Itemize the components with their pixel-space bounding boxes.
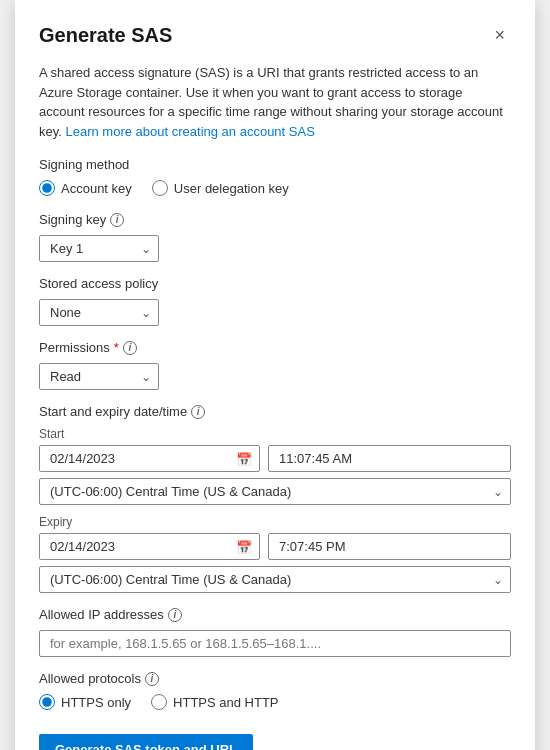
https-http-label: HTTPS and HTTP xyxy=(173,695,278,710)
user-delegation-label: User delegation key xyxy=(174,181,289,196)
stored-policy-group: Stored access policy None ⌄ xyxy=(39,276,511,326)
signing-key-group: Signing key i Key 1 Key 2 ⌄ xyxy=(39,212,511,262)
expiry-time-input[interactable] xyxy=(268,533,511,560)
expiry-timezone-select[interactable]: (UTC-06:00) Central Time (US & Canada) xyxy=(39,566,511,593)
expiry-date-wrapper: 📅 xyxy=(39,533,260,560)
ip-addresses-group: Allowed IP addresses i xyxy=(39,607,511,657)
protocols-info-icon: i xyxy=(145,672,159,686)
permissions-required-marker: * xyxy=(114,340,119,355)
expiry-timezone-wrapper: (UTC-06:00) Central Time (US & Canada) ⌄ xyxy=(39,566,511,593)
signing-key-info-icon: i xyxy=(110,213,124,227)
datetime-group: Start and expiry date/time i Start 📅 (UT… xyxy=(39,404,511,593)
permissions-info-icon: i xyxy=(123,341,137,355)
expiry-datetime-row: 📅 xyxy=(39,533,511,560)
dialog-title: Generate SAS xyxy=(39,24,172,47)
stored-policy-label: Stored access policy xyxy=(39,276,511,291)
signing-method-label: Signing method xyxy=(39,157,511,172)
close-button[interactable]: × xyxy=(488,24,511,46)
expiry-date-input[interactable] xyxy=(39,533,260,560)
datetime-section-label: Start and expiry date/time i xyxy=(39,404,511,419)
stored-policy-select-wrapper: None ⌄ xyxy=(39,299,159,326)
account-key-radio[interactable] xyxy=(39,180,55,196)
ip-info-icon: i xyxy=(168,608,182,622)
ip-addresses-label: Allowed IP addresses i xyxy=(39,607,511,622)
https-only-radio[interactable] xyxy=(39,694,55,710)
https-only-option[interactable]: HTTPS only xyxy=(39,694,131,710)
https-http-radio[interactable] xyxy=(151,694,167,710)
permissions-select-wrapper: Read Write Delete List Add Create ⌄ xyxy=(39,363,159,390)
datetime-info-icon: i xyxy=(191,405,205,419)
account-key-option[interactable]: Account key xyxy=(39,180,132,196)
signing-key-select[interactable]: Key 1 Key 2 xyxy=(39,235,159,262)
generate-sas-button[interactable]: Generate SAS token and URL xyxy=(39,734,253,750)
signing-method-group: Signing method Account key User delegati… xyxy=(39,157,511,196)
https-http-option[interactable]: HTTPS and HTTP xyxy=(151,694,278,710)
signing-method-radio-group: Account key User delegation key xyxy=(39,180,511,196)
stored-policy-select[interactable]: None xyxy=(39,299,159,326)
dialog-description: A shared access signature (SAS) is a URI… xyxy=(39,63,511,141)
permissions-group: Permissions * i Read Write Delete List A… xyxy=(39,340,511,390)
start-date-input[interactable] xyxy=(39,445,260,472)
generate-sas-dialog: Generate SAS × A shared access signature… xyxy=(15,0,535,750)
https-only-label: HTTPS only xyxy=(61,695,131,710)
permissions-select[interactable]: Read Write Delete List Add Create xyxy=(39,363,159,390)
start-time-input[interactable] xyxy=(268,445,511,472)
protocols-label: Allowed protocols i xyxy=(39,671,511,686)
start-timezone-select[interactable]: (UTC-06:00) Central Time (US & Canada) xyxy=(39,478,511,505)
protocols-radio-group: HTTPS only HTTPS and HTTP xyxy=(39,694,511,710)
expiry-label: Expiry xyxy=(39,515,511,529)
user-delegation-radio[interactable] xyxy=(152,180,168,196)
start-datetime-row: 📅 xyxy=(39,445,511,472)
account-key-label: Account key xyxy=(61,181,132,196)
dialog-header: Generate SAS × xyxy=(39,24,511,47)
start-timezone-wrapper: (UTC-06:00) Central Time (US & Canada) ⌄ xyxy=(39,478,511,505)
signing-key-section-label: Signing key i xyxy=(39,212,511,227)
signing-key-select-wrapper: Key 1 Key 2 ⌄ xyxy=(39,235,159,262)
permissions-section-label: Permissions * i xyxy=(39,340,511,355)
start-label: Start xyxy=(39,427,511,441)
ip-addresses-input[interactable] xyxy=(39,630,511,657)
learn-more-link[interactable]: Learn more about creating an account SAS xyxy=(66,124,315,139)
user-delegation-option[interactable]: User delegation key xyxy=(152,180,289,196)
start-date-wrapper: 📅 xyxy=(39,445,260,472)
protocols-group: Allowed protocols i HTTPS only HTTPS and… xyxy=(39,671,511,710)
